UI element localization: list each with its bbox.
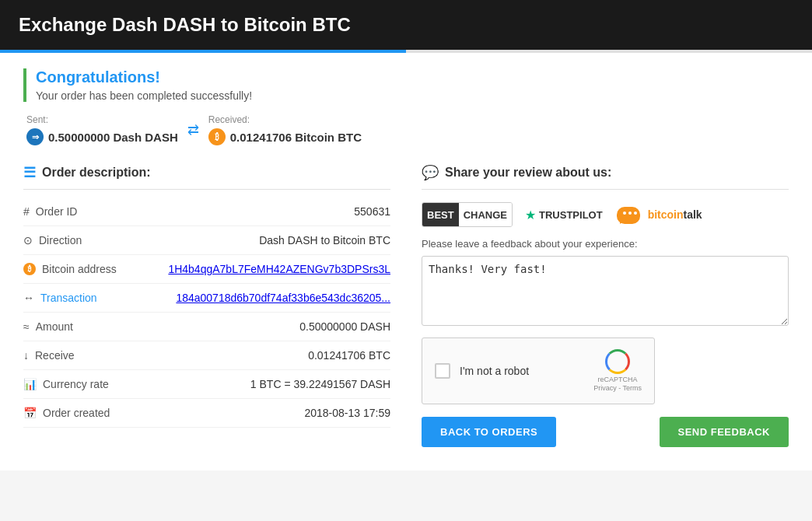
bestchange-best-text: BEST bbox=[422, 203, 459, 226]
order-row-direction: ⊙ Direction Dash DASH to Bitcoin BTC bbox=[23, 226, 390, 255]
btc-address-label: Bitcoin address bbox=[42, 263, 117, 275]
receive-label: Receive bbox=[35, 349, 75, 362]
list-icon: ☰ bbox=[23, 164, 36, 181]
transaction-label: Transaction bbox=[40, 292, 97, 304]
order-section-header: ☰ Order description: bbox=[23, 164, 390, 190]
bestchange-badge[interactable]: BEST CHANGE bbox=[422, 202, 513, 227]
trustpilot-badge[interactable]: ★ TRUSTPILOT bbox=[525, 208, 603, 222]
sent-item: Sent: ⇒ 0.50000000 Dash DASH bbox=[26, 114, 178, 145]
order-row-id: # Order ID 550631 bbox=[23, 198, 390, 226]
order-row-created: 📅 Order created 2018-08-13 17:59 bbox=[23, 399, 390, 428]
review-section-header: 💬 Share your review about us: bbox=[422, 164, 789, 190]
bitcointalk-icon bbox=[615, 202, 645, 227]
amount-value: 0.50000000 DASH bbox=[148, 320, 390, 333]
currency-rate-icon: 📊 bbox=[23, 378, 37, 390]
chat-icon: 💬 bbox=[422, 164, 439, 181]
congratulations-heading: Congratulations! bbox=[36, 68, 789, 86]
recaptcha-checkbox[interactable] bbox=[435, 363, 450, 379]
feedback-textarea[interactable]: Thanks! Very fast! bbox=[422, 256, 789, 326]
svg-point-1 bbox=[623, 212, 626, 215]
recaptcha-logo: reCAPTCHA Privacy - Terms bbox=[593, 349, 642, 393]
btc-address-value[interactable]: 1H4b4qgA7bL7FeMH42AZENGv7b3DPSrs3L bbox=[168, 263, 390, 275]
two-col-layout: ☰ Order description: # Order ID 550631 ⊙… bbox=[23, 164, 789, 447]
order-created-icon: 📅 bbox=[23, 407, 37, 419]
transaction-icon: ↔ bbox=[23, 292, 34, 304]
send-feedback-button[interactable]: SEND FEEDBACK bbox=[660, 417, 789, 447]
svg-point-2 bbox=[628, 212, 632, 215]
bottom-actions: BACK TO ORDERS SEND FEEDBACK bbox=[422, 417, 789, 447]
recaptcha-circle-icon bbox=[605, 349, 630, 374]
order-created-value: 2018-08-13 17:59 bbox=[148, 407, 390, 419]
recaptcha-label: I'm not a robot bbox=[460, 365, 584, 377]
svg-point-3 bbox=[634, 212, 637, 215]
order-row-amount: ≈ Amount 0.50000000 DASH bbox=[23, 313, 390, 341]
trustpilot-label: TRUSTPILOT bbox=[539, 209, 603, 221]
review-section-title: Share your review about us: bbox=[445, 166, 611, 180]
received-label: Received: bbox=[208, 114, 362, 125]
trustpilot-star-icon: ★ bbox=[525, 208, 536, 222]
order-id-value: 550631 bbox=[148, 205, 390, 218]
amount-icon: ≈ bbox=[23, 320, 30, 333]
btc-icon: ₿ bbox=[208, 128, 226, 145]
receive-icon: ↓ bbox=[23, 349, 29, 362]
right-column: 💬 Share your review about us: BEST CHANG… bbox=[422, 164, 789, 447]
dash-icon: ⇒ bbox=[26, 128, 44, 145]
order-id-label: Order ID bbox=[36, 205, 78, 218]
recaptcha-brand: reCAPTCHA Privacy - Terms bbox=[593, 376, 642, 393]
transaction-summary: Sent: ⇒ 0.50000000 Dash DASH ⇄ Received:… bbox=[23, 114, 789, 145]
bitcointalk-label: bitcointalk bbox=[648, 208, 702, 221]
order-section-title: Order description: bbox=[42, 166, 151, 180]
bitcointalk-badge[interactable]: bitcointalk bbox=[615, 202, 702, 227]
order-created-label: Order created bbox=[43, 407, 110, 419]
sent-value: ⇒ 0.50000000 Dash DASH bbox=[26, 128, 178, 145]
back-to-orders-button[interactable]: BACK TO ORDERS bbox=[422, 417, 556, 447]
feedback-label: Please leave a feedback about your exper… bbox=[422, 238, 789, 250]
page-header: Exchange Dash DASH to Bitcoin BTC bbox=[0, 0, 812, 50]
transaction-value[interactable]: 184a00718d6b70df74af33b6e543dc36205... bbox=[176, 292, 390, 304]
direction-icon: ⊙ bbox=[23, 234, 33, 247]
currency-rate-value: 1 BTC = 39.22491567 DASH bbox=[148, 378, 390, 390]
congratulations-message: Your order has been completed successful… bbox=[36, 89, 789, 102]
order-row-btc-address: ₿ Bitcoin address 1H4b4qgA7bL7FeMH42AZEN… bbox=[23, 255, 390, 284]
order-row-currency-rate: 📊 Currency rate 1 BTC = 39.22491567 DASH bbox=[23, 370, 390, 399]
page-title: Exchange Dash DASH to Bitcoin BTC bbox=[19, 14, 351, 35]
received-value: ₿ 0.01241706 Bitcoin BTC bbox=[208, 128, 362, 145]
receive-value: 0.01241706 BTC bbox=[148, 349, 390, 362]
order-row-transaction: ↔ Transaction 184a00718d6b70df74af33b6e5… bbox=[23, 284, 390, 313]
exchange-arrow-icon: ⇄ bbox=[187, 121, 199, 138]
sent-label: Sent: bbox=[26, 114, 178, 125]
main-content: Congratulations! Your order has been com… bbox=[0, 53, 812, 470]
currency-rate-label: Currency rate bbox=[43, 378, 109, 390]
direction-label: Direction bbox=[39, 234, 82, 247]
bestchange-change-text: CHANGE bbox=[459, 203, 512, 226]
congratulations-section: Congratulations! Your order has been com… bbox=[23, 68, 789, 102]
amount-label: Amount bbox=[36, 320, 73, 333]
order-row-receive: ↓ Receive 0.01241706 BTC bbox=[23, 341, 390, 370]
received-item: Received: ₿ 0.01241706 Bitcoin BTC bbox=[208, 114, 362, 145]
left-column: ☰ Order description: # Order ID 550631 ⊙… bbox=[23, 164, 390, 447]
hash-icon: # bbox=[23, 205, 30, 218]
recaptcha-box[interactable]: I'm not a robot reCAPTCHA Privacy - Term… bbox=[422, 337, 655, 404]
review-platforms: BEST CHANGE ★ TRUSTPILOT bbox=[422, 202, 789, 227]
direction-value: Dash DASH to Bitcoin BTC bbox=[148, 234, 390, 247]
btc-address-icon: ₿ bbox=[23, 263, 36, 275]
